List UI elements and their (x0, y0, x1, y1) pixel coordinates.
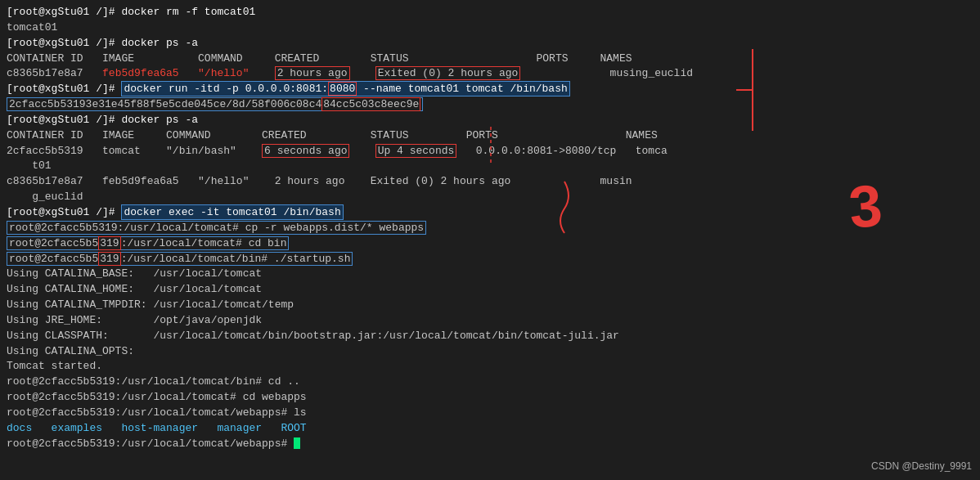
line-ls: docs examples host-manager manager ROOT (7, 421, 973, 437)
line-13: root@2cfacc5b5319:/usr/local/tomcat# cp … (7, 221, 973, 236)
line-6: [root@xgStu01 /]# docker run -itd -p 0.0… (7, 82, 973, 97)
line-5: c8365b17e8a7 feb5d9fea6a5 "/hello" 2 hou… (7, 66, 973, 82)
watermark: CSDN @Destiny_9991 (871, 460, 972, 473)
line-21: Using CATALINA_OPTS: (7, 344, 973, 360)
line-9: CONTAINER ID IMAGE COMMAND CREATED STATU… (7, 128, 973, 144)
terminal-window: [root@xgStu01 /]# docker rm -f tomcat01 … (0, 0, 980, 480)
line-22: Tomcat started. (7, 359, 973, 375)
line-3: [root@xgStu01 /]# docker ps -a (7, 36, 973, 52)
line-18: Using CATALINA_TMPDIR: /usr/local/tomcat… (7, 298, 973, 313)
line-4: CONTAINER ID IMAGE COMMAND CREATED STATU… (7, 52, 973, 67)
line-14: root@2cfacc5b5319:/usr/local/tomcat# cd … (7, 236, 973, 252)
line-23: root@2cfacc5b5319:/usr/local/tomcat/bin#… (7, 375, 973, 390)
line-7: 2cfacc5b53193e31e45f88f5e5cde045ce/8d/58… (7, 97, 973, 113)
line-1: [root@xgStu01 /]# docker rm -f tomcat01 (7, 5, 973, 20)
line-15: root@2cfacc5b5319:/usr/local/tomcat/bin#… (7, 252, 973, 267)
line-20: Using CLASSPATH: /usr/local/tomcat/bin/b… (7, 329, 973, 344)
line-10: 2cfacc5b5319 tomcat "/bin/bash" 6 second… (7, 144, 973, 175)
line-17: Using CATALINA_HOME: /usr/local/tomcat (7, 282, 973, 298)
line-11: c8365b17e8a7 feb5d9fea6a5 "/hello" 2 hou… (7, 174, 973, 205)
line-19: Using JRE_HOME: /opt/java/openjdk (7, 313, 973, 329)
line-25: root@2cfacc5b5319:/usr/local/tomcat/weba… (7, 406, 973, 421)
line-8: [root@xgStu01 /]# docker ps -a (7, 113, 973, 128)
line-prompt-end: root@2cfacc5b5319:/usr/local/tomcat/weba… (7, 437, 973, 452)
line-2: tomcat01 (7, 20, 973, 36)
line-16: Using CATALINA_BASE: /usr/local/tomcat (7, 267, 973, 282)
line-12: [root@xgStu01 /]# docker exec -it tomcat… (7, 205, 973, 221)
line-24: root@2cfacc5b5319:/usr/local/tomcat# cd … (7, 390, 973, 406)
